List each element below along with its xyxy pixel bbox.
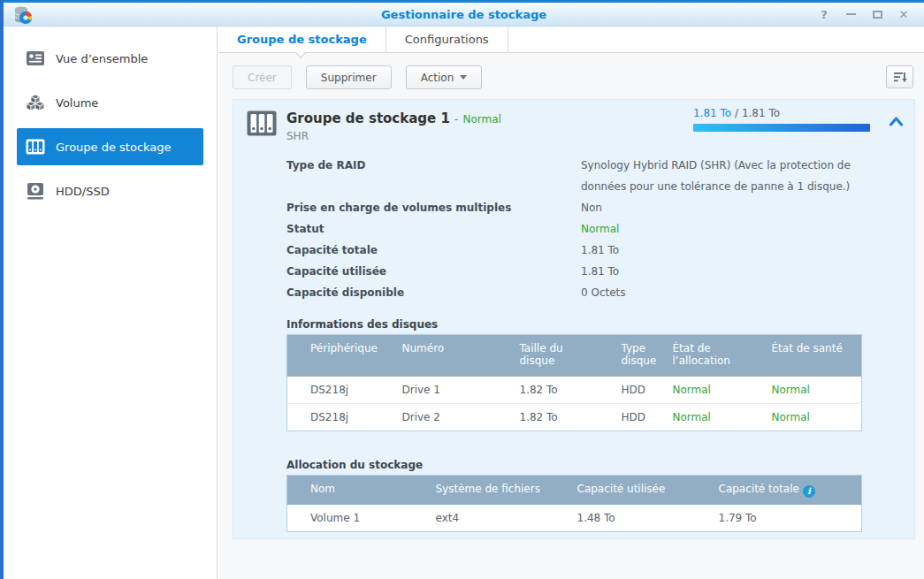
sidebar: Vue d’ensemble Volume [4,27,218,579]
disks-section-title: Informations des disques [286,318,914,331]
disk-health-status: Normal [754,377,862,404]
sidebar-item-label: Volume [56,96,98,110]
action-dropdown-button[interactable]: Action [406,65,483,89]
storage-pool-panel[interactable]: Groupe de stockage 1 - Normal SHR 1.81 T… [233,99,915,539]
sidebar-item-label: HDD/SSD [56,185,110,198]
volume-icon [26,94,45,111]
allocation-table: Nom Système de fichiers Capacité utilisé… [286,475,862,532]
column-header: Capacité utilisée [560,475,701,505]
minimize-button[interactable] [843,6,859,22]
detail-value-status: Normal [581,218,874,240]
column-header: Nom [287,475,418,505]
disk-health-status: Normal [754,403,862,430]
capacity-used-value: 1.81 To [693,107,731,119]
disk-allocation-status: Normal [655,377,754,404]
detail-value: 1.81 To [581,261,874,282]
detail-row: Capacité totale 1.81 To [286,240,914,261]
sidebar-item-volume[interactable]: Volume [17,84,203,121]
volume-total-capacity: 1.79 To [701,505,862,532]
titlebar[interactable]: Gestionnaire de stockage ? ✕ [4,3,924,27]
sidebar-item-label: Groupe de stockage [56,141,172,154]
disk-row[interactable]: DS218j Drive 1 1.82 To HDD Normal Normal [287,377,862,404]
toolbar: Créer Supprimer Action [218,53,924,99]
detail-label: Type de RAID [286,155,581,197]
detail-row: Capacité disponible 0 Octets [286,282,914,303]
capacity-separator: / [735,107,738,119]
disk-device: DS218j [287,377,385,404]
volume-row[interactable]: Volume 1 ext4 1.48 To 1.79 To [287,505,862,532]
detail-row: Statut Normal [286,218,914,240]
sidebar-item-overview[interactable]: Vue d’ensemble [17,40,203,77]
collapse-sort-icon [893,72,907,83]
disk-size: 1.82 To [502,403,604,430]
maximize-button[interactable] [869,6,885,22]
detail-row: Type de RAID Synology Hybrid RAID (SHR) … [286,155,914,197]
detail-label: Prise en charge de volumes multiples [286,197,581,218]
disk-type: HDD [604,403,655,430]
column-header: Système de fichiers [418,475,560,505]
storage-manager-window: Gestionnaire de stockage ? ✕ Vue d’ensem… [0,0,924,579]
detail-row: Capacité utilisée 1.81 To [286,261,914,282]
capacity-usage-bar [693,124,870,132]
column-header: État de santé [754,335,862,377]
detail-label: Capacité disponible [286,282,581,303]
disk-type: HDD [604,377,655,404]
sidebar-item-hdd-ssd[interactable]: HDD/SSD [17,172,203,210]
overview-icon [26,50,45,66]
pool-name-separator: - [454,113,458,126]
detail-value: Synology Hybrid RAID (SHR) (Avec la prot… [581,155,874,197]
column-header: Type disque [604,335,655,377]
disk-size: 1.82 To [502,377,604,404]
column-header: Taille du disque [502,335,604,377]
dropdown-caret-icon [460,75,467,80]
sidebar-item-storage-pool[interactable]: Groupe de stockage [17,128,203,165]
column-header: Périphérique [287,335,385,377]
column-header: Numéro [385,335,502,377]
window-controls: ? ✕ [816,6,912,22]
detail-label: Capacité totale [286,240,581,261]
tab-label: Groupe de stockage [237,33,367,46]
column-header: Capacité totalei [701,475,862,505]
detail-label: Capacité utilisée [286,261,581,282]
disk-allocation-status: Normal [655,403,754,430]
tab-groupe-de-stockage[interactable]: Groupe de stockage [218,27,386,52]
close-button[interactable]: ✕ [896,6,912,22]
collapse-panel-chevron-icon[interactable] [889,114,904,131]
disks-table: Périphérique Numéro Taille du disque Typ… [286,334,862,431]
disks-table-header-row: Périphérique Numéro Taille du disque Typ… [287,335,862,377]
disk-device: DS218j [287,403,385,430]
detail-value: 1.81 To [581,240,874,261]
content-area: Groupe de stockage Configurations Créer … [218,27,924,579]
window-left-border [0,0,4,579]
column-header: État de l’allocation [655,335,754,377]
info-icon[interactable]: i [803,485,815,498]
disk-row[interactable]: DS218j Drive 2 1.82 To HDD Normal Normal [287,403,862,430]
window-top-border [0,0,924,3]
capacity-summary: 1.81 To / 1.81 To [693,107,870,132]
detail-value: 0 Octets [581,282,874,303]
capacity-total-value: 1.81 To [742,107,780,119]
column-header-label: Capacité totale [719,483,799,495]
tab-configurations[interactable]: Configurations [386,27,508,52]
detail-row: Prise en charge de volumes multiples Non [286,197,914,218]
pool-name: Groupe de stockage 1 [286,110,450,126]
disk-number: Drive 1 [385,377,502,404]
disk-number: Drive 2 [385,403,502,430]
delete-button[interactable]: Supprimer [306,65,392,89]
detail-value: Non [581,197,874,218]
tab-label: Configurations [405,33,489,46]
storage-pool-icon [26,139,45,155]
storage-pool-large-icon [247,110,277,140]
sidebar-item-label: Vue d’ensemble [56,52,148,65]
volume-used-capacity: 1.48 To [560,505,701,532]
pool-details: Type de RAID Synology Hybrid RAID (SHR) … [286,155,914,303]
detail-label: Statut [286,218,581,240]
window-title: Gestionnaire de stockage [4,8,924,21]
collapse-all-button[interactable] [886,65,913,88]
create-button[interactable]: Créer [233,65,292,89]
pool-raid-type: SHR [286,130,914,142]
volume-filesystem: ext4 [418,505,560,532]
allocation-table-header-row: Nom Système de fichiers Capacité utilisé… [287,475,862,505]
help-button[interactable]: ? [816,6,832,22]
tab-strip: Groupe de stockage Configurations [218,27,924,53]
